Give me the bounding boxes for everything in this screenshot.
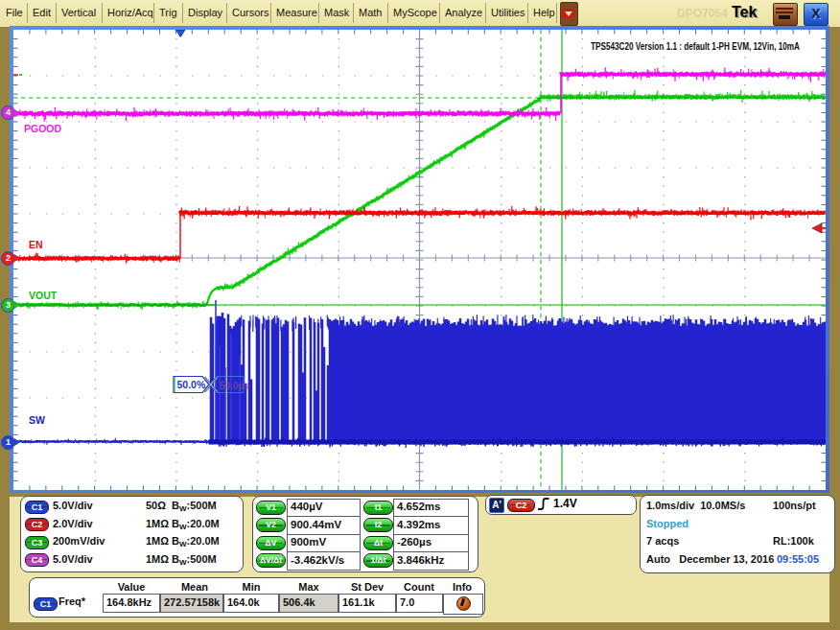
svg-text:SW: SW — [29, 414, 45, 426]
svg-text:TPS543C20 Version 1.1 : defaul: TPS543C20 Version 1.1 : default 1-PH EVM… — [591, 40, 800, 52]
svg-text:50.0%: 50.0% — [177, 379, 206, 390]
svg-text:PGOOD: PGOOD — [24, 123, 62, 134]
svg-text:VOUT: VOUT — [29, 290, 58, 301]
svg-text:50.0µs: 50.0µs — [220, 381, 249, 391]
svg-text:EN: EN — [29, 239, 43, 250]
